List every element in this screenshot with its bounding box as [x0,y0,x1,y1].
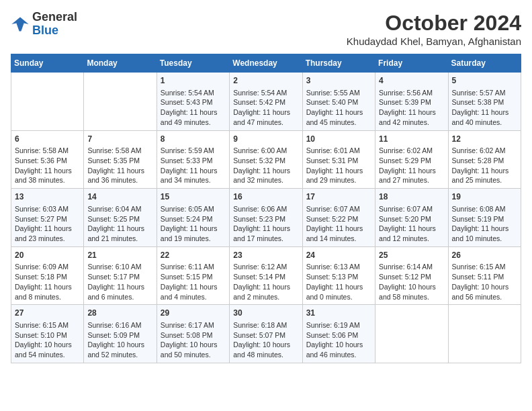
calendar-cell: 7Sunrise: 5:58 AM Sunset: 5:35 PM Daylig… [84,130,157,189]
calendar-cell: 22Sunrise: 6:11 AM Sunset: 5:15 PM Dayli… [157,246,229,305]
weekday-header-wednesday: Wednesday [230,54,302,73]
day-content: Sunrise: 5:54 AM Sunset: 5:42 PM Dayligh… [233,88,298,128]
calendar-cell: 26Sunrise: 6:15 AM Sunset: 5:11 PM Dayli… [448,246,521,305]
day-number: 10 [306,134,371,145]
page-header: General Blue October 2024 Khudaydad Khel… [11,11,521,47]
day-number: 19 [452,191,517,203]
day-content: Sunrise: 5:57 AM Sunset: 5:38 PM Dayligh… [452,88,517,128]
day-content: Sunrise: 6:12 AM Sunset: 5:14 PM Dayligh… [233,262,298,302]
weekday-header-tuesday: Tuesday [157,54,229,73]
day-number: 20 [15,250,80,261]
calendar-cell: 24Sunrise: 6:13 AM Sunset: 5:13 PM Dayli… [302,246,375,305]
weekday-header-row: SundayMondayTuesdayWednesdayThursdayFrid… [11,54,521,73]
calendar-cell: 20Sunrise: 6:09 AM Sunset: 5:18 PM Dayli… [11,246,84,305]
calendar-week-1: 1Sunrise: 5:54 AM Sunset: 5:43 PM Daylig… [11,73,521,131]
day-content: Sunrise: 6:17 AM Sunset: 5:08 PM Dayligh… [161,320,226,360]
calendar-body: 1Sunrise: 5:54 AM Sunset: 5:43 PM Daylig… [11,73,521,363]
day-content: Sunrise: 6:18 AM Sunset: 5:07 PM Dayligh… [233,320,298,360]
day-content: Sunrise: 6:06 AM Sunset: 5:23 PM Dayligh… [233,204,298,244]
day-content: Sunrise: 5:59 AM Sunset: 5:33 PM Dayligh… [161,146,226,185]
calendar-cell: 14Sunrise: 6:04 AM Sunset: 5:25 PM Dayli… [84,189,157,247]
calendar-cell: 16Sunrise: 6:06 AM Sunset: 5:23 PM Dayli… [230,189,302,247]
day-number: 5 [452,75,517,87]
day-content: Sunrise: 6:16 AM Sunset: 5:09 PM Dayligh… [87,320,152,360]
day-number: 11 [379,134,444,145]
weekday-header-thursday: Thursday [302,54,375,73]
day-number: 4 [379,75,444,87]
logo: General Blue [11,11,77,38]
calendar-cell: 29Sunrise: 6:17 AM Sunset: 5:08 PM Dayli… [157,305,229,363]
location: Khudaydad Khel, Bamyan, Afghanistan [347,36,521,47]
weekday-header-monday: Monday [84,54,157,73]
day-number: 22 [161,250,226,261]
calendar-cell: 9Sunrise: 6:00 AM Sunset: 5:32 PM Daylig… [230,130,302,189]
day-number: 16 [233,191,298,203]
calendar-week-3: 13Sunrise: 6:03 AM Sunset: 5:27 PM Dayli… [11,189,521,247]
weekday-header-saturday: Saturday [448,54,521,73]
day-number: 12 [452,134,517,145]
calendar-cell: 5Sunrise: 5:57 AM Sunset: 5:38 PM Daylig… [448,73,521,131]
day-number: 13 [15,191,80,203]
calendar-cell: 28Sunrise: 6:16 AM Sunset: 5:09 PM Dayli… [84,305,157,363]
day-number: 18 [379,191,444,203]
day-content: Sunrise: 6:15 AM Sunset: 5:10 PM Dayligh… [15,320,80,360]
svg-marker-0 [11,17,28,31]
calendar-cell: 8Sunrise: 5:59 AM Sunset: 5:33 PM Daylig… [157,130,229,189]
calendar-table: SundayMondayTuesdayWednesdayThursdayFrid… [11,54,521,363]
calendar-cell: 1Sunrise: 5:54 AM Sunset: 5:43 PM Daylig… [157,73,229,131]
day-number: 8 [161,134,226,145]
day-content: Sunrise: 6:09 AM Sunset: 5:18 PM Dayligh… [15,262,80,302]
day-number: 28 [87,308,152,319]
day-content: Sunrise: 5:54 AM Sunset: 5:43 PM Dayligh… [161,88,226,128]
day-number: 21 [87,250,152,261]
day-content: Sunrise: 6:15 AM Sunset: 5:11 PM Dayligh… [452,262,517,302]
calendar-cell: 4Sunrise: 5:56 AM Sunset: 5:39 PM Daylig… [375,73,448,131]
calendar-cell: 11Sunrise: 6:02 AM Sunset: 5:29 PM Dayli… [375,130,448,189]
calendar-cell: 30Sunrise: 6:18 AM Sunset: 5:07 PM Dayli… [230,305,302,363]
day-number: 3 [306,75,371,87]
day-content: Sunrise: 6:00 AM Sunset: 5:32 PM Dayligh… [233,146,298,185]
day-content: Sunrise: 6:19 AM Sunset: 5:06 PM Dayligh… [306,320,371,360]
calendar-cell: 31Sunrise: 6:19 AM Sunset: 5:06 PM Dayli… [302,305,375,363]
day-number: 15 [161,191,226,203]
day-content: Sunrise: 5:58 AM Sunset: 5:36 PM Dayligh… [15,146,80,185]
day-content: Sunrise: 6:07 AM Sunset: 5:22 PM Dayligh… [306,204,371,244]
day-number: 14 [87,191,152,203]
calendar-week-4: 20Sunrise: 6:09 AM Sunset: 5:18 PM Dayli… [11,246,521,305]
day-content: Sunrise: 6:14 AM Sunset: 5:12 PM Dayligh… [379,262,444,302]
calendar-week-2: 6Sunrise: 5:58 AM Sunset: 5:36 PM Daylig… [11,130,521,189]
day-content: Sunrise: 6:05 AM Sunset: 5:24 PM Dayligh… [161,204,226,244]
calendar-cell: 10Sunrise: 6:01 AM Sunset: 5:31 PM Dayli… [302,130,375,189]
calendar-cell: 23Sunrise: 6:12 AM Sunset: 5:14 PM Dayli… [230,246,302,305]
day-number: 25 [379,250,444,261]
calendar-cell: 6Sunrise: 5:58 AM Sunset: 5:36 PM Daylig… [11,130,84,189]
calendar-week-5: 27Sunrise: 6:15 AM Sunset: 5:10 PM Dayli… [11,305,521,363]
weekday-header-friday: Friday [375,54,448,73]
calendar-cell [375,305,448,363]
day-number: 9 [233,134,298,145]
day-content: Sunrise: 5:56 AM Sunset: 5:39 PM Dayligh… [379,88,444,128]
day-number: 27 [15,308,80,319]
day-number: 29 [161,308,226,319]
day-number: 23 [233,250,298,261]
day-number: 24 [306,250,371,261]
calendar-cell: 13Sunrise: 6:03 AM Sunset: 5:27 PM Dayli… [11,189,84,247]
day-number: 30 [233,308,298,319]
day-content: Sunrise: 6:02 AM Sunset: 5:29 PM Dayligh… [379,146,444,185]
day-content: Sunrise: 6:02 AM Sunset: 5:28 PM Dayligh… [452,146,517,185]
calendar-cell: 17Sunrise: 6:07 AM Sunset: 5:22 PM Dayli… [302,189,375,247]
title-block: October 2024 Khudaydad Khel, Bamyan, Afg… [347,11,521,47]
day-number: 2 [233,75,298,87]
day-content: Sunrise: 6:03 AM Sunset: 5:27 PM Dayligh… [15,204,80,244]
calendar-cell: 3Sunrise: 5:55 AM Sunset: 5:40 PM Daylig… [302,73,375,131]
day-content: Sunrise: 6:10 AM Sunset: 5:17 PM Dayligh… [87,262,152,302]
day-number: 31 [306,308,371,319]
calendar-cell: 15Sunrise: 6:05 AM Sunset: 5:24 PM Dayli… [157,189,229,247]
day-number: 1 [161,75,226,87]
day-content: Sunrise: 6:04 AM Sunset: 5:25 PM Dayligh… [87,204,152,244]
day-content: Sunrise: 5:55 AM Sunset: 5:40 PM Dayligh… [306,88,371,128]
day-number: 26 [452,250,517,261]
calendar-cell [448,305,521,363]
calendar-cell: 18Sunrise: 6:07 AM Sunset: 5:20 PM Dayli… [375,189,448,247]
calendar-cell: 2Sunrise: 5:54 AM Sunset: 5:42 PM Daylig… [230,73,302,131]
